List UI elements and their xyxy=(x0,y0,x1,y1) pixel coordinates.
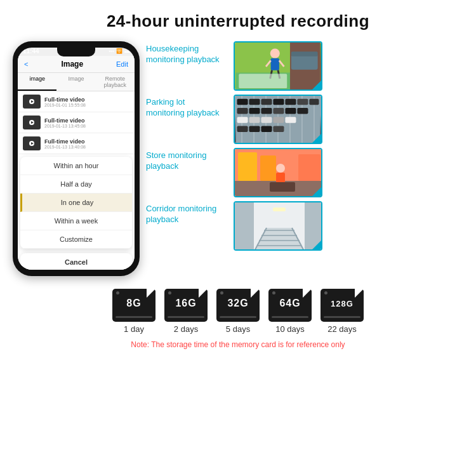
monitoring-row-3: Store monitoringplayback xyxy=(146,148,463,197)
monitoring-row-1: Housekeepingmonitoring playback xyxy=(146,41,463,91)
dropdown-menu: Within an hour Half a day In one day Wit… xyxy=(20,157,132,249)
svg-rect-40 xyxy=(249,117,260,122)
sdcard-icon-128g: 128G xyxy=(321,289,364,322)
tab-image2[interactable]: Image xyxy=(56,73,95,91)
video-label-2: Full-time video xyxy=(44,117,129,124)
edit-button[interactable]: Edit xyxy=(116,60,128,68)
sdcard-size-32g: 32G xyxy=(227,298,248,309)
sdcard-size-8g: 8G xyxy=(126,298,141,309)
video-thumb-1 xyxy=(23,95,41,109)
dropdown-item-hour[interactable]: Within an hour xyxy=(20,157,132,175)
monitoring-image-4 xyxy=(234,201,322,251)
svg-rect-47 xyxy=(273,126,284,131)
svg-rect-37 xyxy=(285,108,296,114)
svg-rect-26 xyxy=(237,99,248,105)
svg-rect-10 xyxy=(291,51,318,56)
sdcard-icon-32g: 32G xyxy=(216,289,260,322)
dropdown-item-one-day[interactable]: In one day xyxy=(20,194,132,212)
sdcard-notch xyxy=(199,289,208,298)
sdcard-dot xyxy=(168,291,171,294)
page-title: 24-hour uninterrupted recording xyxy=(107,11,369,31)
monitoring-image-1 xyxy=(234,41,322,91)
svg-rect-67 xyxy=(273,208,286,211)
note-text: Note: The storage time of the memory car… xyxy=(131,340,345,349)
signal-icon: ▪▪▪ xyxy=(109,48,114,54)
sdcard-icon-16g: 16G xyxy=(164,289,208,322)
svg-point-11 xyxy=(270,48,280,58)
video-date-2: 2019-01-13 13:45:08 xyxy=(44,124,129,128)
svg-rect-31 xyxy=(297,99,308,105)
svg-rect-29 xyxy=(273,99,284,105)
phone-notch xyxy=(57,48,95,56)
tab-image[interactable]: image xyxy=(18,73,56,91)
svg-rect-30 xyxy=(285,99,296,105)
monitoring-image-3 xyxy=(234,148,322,197)
svg-rect-9 xyxy=(291,55,318,70)
svg-rect-12 xyxy=(271,58,279,70)
sdcard-8g: 8G 1 day xyxy=(112,289,155,334)
housekeeping-image xyxy=(235,43,321,89)
sdcard-section: 8G 1 day 16G 2 days 32G 5 days xyxy=(13,289,463,349)
list-item: Full-time video 2019-01-01 15:55:08 xyxy=(18,91,135,112)
svg-rect-44 xyxy=(237,126,248,131)
content-row: 11:44 ▪▪▪ 🛜 ▬ < Image Edit image Image R… xyxy=(13,41,463,276)
svg-rect-38 xyxy=(297,108,308,114)
svg-rect-32 xyxy=(309,99,319,105)
page-container: 24-hour uninterrupted recording 11:44 ▪▪… xyxy=(0,0,476,476)
sdcard-dot xyxy=(220,291,223,294)
screen-header: < Image Edit xyxy=(18,56,135,73)
video-label-3: Full-time video xyxy=(44,138,129,145)
sdcard-16g: 16G 2 days xyxy=(164,289,208,334)
sdcard-dot xyxy=(116,291,119,294)
monitoring-image-2 xyxy=(234,95,322,144)
sdcard-days-32g: 5 days xyxy=(226,324,250,334)
sdcard-days-64g: 10 days xyxy=(275,324,305,334)
parking-image xyxy=(235,96,321,143)
sdcard-days-8g: 1 day xyxy=(124,324,144,334)
svg-rect-45 xyxy=(249,126,260,131)
monitoring-label-1: Housekeepingmonitoring playback xyxy=(146,41,228,65)
battery-icon: ▬ xyxy=(124,48,129,54)
svg-rect-41 xyxy=(261,117,272,122)
sdcard-days-16g: 2 days xyxy=(174,324,198,334)
video-thumb-2 xyxy=(23,116,41,129)
dropdown-item-half-day[interactable]: Half a day xyxy=(20,175,132,194)
monitoring-label-2: Parking lotmonitoring playback xyxy=(146,95,228,119)
monitoring-label-3: Store monitoringplayback xyxy=(146,148,228,172)
monitoring-label-4: Corridor monitoringplayback xyxy=(146,201,228,225)
back-button[interactable]: < xyxy=(24,60,28,68)
sdcard-notch xyxy=(303,289,312,298)
cancel-button[interactable]: Cancel xyxy=(20,253,132,270)
list-item: Full-time video 2019-01-13 13:45:08 xyxy=(18,112,135,133)
sdcard-icon-64g: 64G xyxy=(268,289,312,322)
svg-rect-42 xyxy=(273,117,284,122)
svg-rect-34 xyxy=(249,108,260,114)
tab-remote-playback[interactable]: Remote playback xyxy=(96,73,135,91)
sdcard-64g: 64G 10 days xyxy=(268,289,312,334)
sdcard-row: 8G 1 day 16G 2 days 32G 5 days xyxy=(112,289,364,334)
list-info-3: Full-time video 2019-01-13 13:40:08 xyxy=(44,138,129,149)
phone-status-icons: ▪▪▪ 🛜 ▬ xyxy=(109,48,129,54)
svg-rect-52 xyxy=(298,154,321,181)
sdcard-notch xyxy=(251,289,260,298)
sdcard-dot xyxy=(324,291,327,294)
list-info-1: Full-time video 2019-01-01 15:55:08 xyxy=(44,96,129,107)
sdcard-32g: 32G 5 days xyxy=(216,289,260,334)
phone-screen: 11:44 ▪▪▪ 🛜 ▬ < Image Edit image Image R… xyxy=(18,48,135,270)
video-thumb-3 xyxy=(23,136,41,150)
list-info-2: Full-time video 2019-01-13 13:45:08 xyxy=(44,117,129,128)
sdcard-notch xyxy=(355,289,364,298)
svg-rect-33 xyxy=(237,108,248,114)
sdcard-days-128g: 22 days xyxy=(327,324,357,334)
phone-time: 11:44 xyxy=(23,48,39,55)
svg-rect-39 xyxy=(237,117,248,122)
svg-rect-35 xyxy=(261,108,272,114)
svg-rect-17 xyxy=(239,74,287,88)
screen-title: Image xyxy=(61,60,83,69)
svg-rect-51 xyxy=(260,155,276,181)
list-item: Full-time video 2019-01-13 13:40:08 xyxy=(18,133,135,154)
svg-rect-57 xyxy=(235,202,254,251)
sdcard-notch xyxy=(147,289,155,298)
dropdown-item-customize[interactable]: Customize xyxy=(20,230,132,249)
dropdown-item-week[interactable]: Within a week xyxy=(20,212,132,230)
